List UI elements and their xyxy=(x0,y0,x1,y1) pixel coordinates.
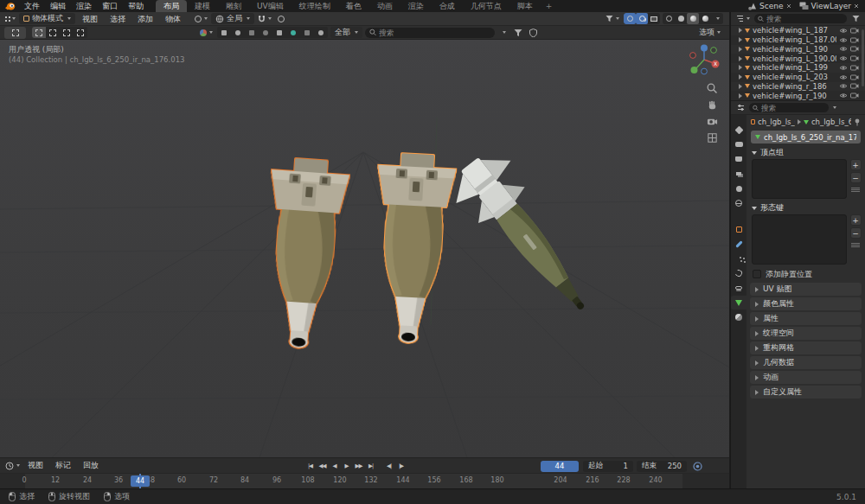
hide-eye-icon[interactable] xyxy=(839,83,848,89)
expand-icon[interactable] xyxy=(739,37,742,42)
xray-toggle[interactable] xyxy=(648,13,660,24)
orthographic-grid-icon[interactable] xyxy=(707,132,718,144)
timeline-menu-playback[interactable]: 回放 xyxy=(77,460,105,471)
outliner-row[interactable]: vehicle#wing_L_199 xyxy=(731,63,865,73)
outliner-search-field[interactable] xyxy=(754,14,847,23)
tab-scripting[interactable]: 脚本 xyxy=(509,0,541,12)
blender-logo-icon[interactable] xyxy=(4,2,16,11)
menu-add[interactable]: 添加 xyxy=(132,13,158,25)
object-visibility-dropdown[interactable] xyxy=(604,13,621,24)
menu-select[interactable]: 选择 xyxy=(105,13,131,25)
menu-file[interactable]: 文件 xyxy=(19,0,45,12)
fake-user-button[interactable] xyxy=(527,27,539,38)
active-tool-button[interactable] xyxy=(4,27,26,39)
tab-animation[interactable]: 动画 xyxy=(369,0,400,12)
render-visibility-icon[interactable] xyxy=(850,37,859,43)
vertex-groups-list[interactable] xyxy=(752,159,847,199)
add-shape-key-button[interactable]: + xyxy=(850,214,862,226)
frame-start-field[interactable]: 起始 1 xyxy=(583,461,633,472)
tab-uv-editing[interactable]: UV编辑 xyxy=(249,0,292,12)
select-mode-new-button[interactable] xyxy=(32,27,46,38)
next-keyframe-button[interactable]: ▶▶ xyxy=(353,460,364,471)
tab-geometry-nodes[interactable]: 几何节点 xyxy=(463,0,509,12)
tab-texture-paint[interactable]: 纹理绘制 xyxy=(292,0,338,12)
outliner-row[interactable]: vehicle#wing_r_190 xyxy=(731,91,865,100)
outliner-row[interactable]: vehicle#wing_L_190 xyxy=(731,45,865,54)
outliner-editor-type-button[interactable] xyxy=(734,13,752,24)
section-remesh[interactable]: 重构网格 xyxy=(750,341,862,354)
outliner-scrollbar[interactable] xyxy=(862,29,864,86)
pin-button[interactable] xyxy=(854,118,861,126)
outliner-search-input[interactable] xyxy=(766,15,843,23)
render-visibility-icon[interactable] xyxy=(850,65,859,71)
current-frame-field[interactable]: 44 xyxy=(541,461,579,472)
filter-button[interactable] xyxy=(512,27,524,38)
timeline-menu-marker[interactable]: 标记 xyxy=(49,460,77,471)
chevron-down-icon[interactable] xyxy=(833,106,836,109)
frame-end-field[interactable]: 结束 250 xyxy=(637,461,687,472)
list-specials-icon[interactable] xyxy=(851,188,860,192)
tab-constraints[interactable] xyxy=(731,281,746,295)
proportional-editing-toggle[interactable] xyxy=(275,13,287,24)
filter-type-button-1[interactable] xyxy=(217,27,231,38)
tab-modeling[interactable]: 建模 xyxy=(187,0,218,12)
tab-particles[interactable] xyxy=(731,252,746,265)
missile-object-right[interactable] xyxy=(442,143,610,329)
jump-to-end-button[interactable]: ▶| xyxy=(365,460,376,471)
bomb-object-middle[interactable] xyxy=(369,152,457,345)
add-vertex-group-button[interactable]: + xyxy=(850,159,862,170)
transform-orientation-dropdown[interactable]: 全局 xyxy=(211,13,254,24)
select-mode-subtract-button[interactable] xyxy=(60,27,74,38)
search-input[interactable] xyxy=(379,29,490,37)
properties-editor-type-button[interactable] xyxy=(734,102,746,113)
render-visibility-icon[interactable] xyxy=(850,93,859,99)
select-mode-invert-button[interactable] xyxy=(74,27,87,38)
editor-type-button[interactable] xyxy=(3,13,17,24)
mode-dropdown[interactable]: 物体模式 xyxy=(19,13,75,24)
breadcrumb-data[interactable]: ch_lgb_ls_6_... xyxy=(811,118,851,126)
section-color-attributes[interactable]: 颜色属性 xyxy=(750,297,862,310)
tab-world[interactable] xyxy=(731,196,746,210)
section-geometry-data[interactable]: 几何数据 xyxy=(750,356,862,369)
properties-search-input[interactable] xyxy=(761,104,825,112)
remove-vertex-group-button[interactable]: − xyxy=(850,172,862,183)
tab-compositing[interactable]: 合成 xyxy=(432,0,463,12)
expand-icon[interactable] xyxy=(739,47,742,52)
tab-material[interactable] xyxy=(731,310,746,324)
show-gizmo-toggle[interactable] xyxy=(624,13,636,24)
timeline-menu-view[interactable]: 视图 xyxy=(22,460,49,471)
prev-frame-button[interactable]: ◀| xyxy=(383,460,394,471)
tab-tool[interactable] xyxy=(731,123,746,137)
menu-view[interactable]: 视图 xyxy=(77,13,103,25)
search-scope-dropdown[interactable]: 全部 xyxy=(330,27,362,38)
tab-modifiers[interactable] xyxy=(731,237,746,251)
hide-eye-icon[interactable] xyxy=(839,65,848,71)
outliner-row[interactable]: vehicle#wing_L_190.001 xyxy=(731,54,865,63)
filter-type-button-3[interactable] xyxy=(245,27,259,38)
pan-hand-icon[interactable] xyxy=(707,99,718,111)
expand-icon[interactable] xyxy=(739,28,742,33)
play-reverse-button[interactable]: ◀ xyxy=(329,460,340,471)
tab-object[interactable] xyxy=(731,222,746,236)
outliner-row[interactable]: vehicle#wing_L_187 xyxy=(731,26,865,35)
timeline-editor-type-button[interactable] xyxy=(3,460,22,471)
tab-shading[interactable]: 着色 xyxy=(338,0,369,12)
properties-search-field[interactable] xyxy=(749,103,829,112)
pivot-point-dropdown[interactable] xyxy=(193,13,209,24)
section-uv-maps[interactable]: UV 贴图 xyxy=(750,283,862,296)
tab-view-layer[interactable] xyxy=(731,167,746,181)
shading-dropdown[interactable] xyxy=(711,13,723,24)
filter-type-button-8[interactable] xyxy=(314,27,328,38)
shading-wireframe-button[interactable] xyxy=(663,13,675,24)
menu-window[interactable]: 窗口 xyxy=(97,0,123,12)
keying-button[interactable] xyxy=(693,462,702,471)
hide-eye-icon[interactable] xyxy=(839,37,848,43)
hide-eye-icon[interactable] xyxy=(839,74,848,80)
prev-keyframe-button[interactable]: ◀◀ xyxy=(317,460,328,471)
shading-solid-button[interactable] xyxy=(675,13,687,24)
outliner-filter-button[interactable] xyxy=(849,13,862,24)
bomb-object-left[interactable] xyxy=(260,156,350,350)
filter-type-button-6[interactable] xyxy=(286,27,300,38)
render-visibility-icon[interactable] xyxy=(850,55,859,61)
viewport-options-dropdown[interactable]: 选项 xyxy=(697,27,722,38)
